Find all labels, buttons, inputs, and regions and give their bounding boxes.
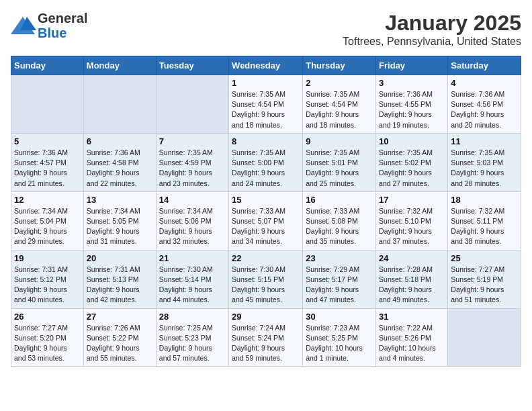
day-info: Sunrise: 7:27 AM Sunset: 5:19 PM Dayligh… [451, 265, 518, 306]
day-number: 1 [232, 78, 300, 88]
page-header: General Blue January 2025 Toftrees, Penn… [11, 11, 521, 48]
day-number: 17 [379, 195, 445, 205]
calendar-cell: 31Sunrise: 7:22 AM Sunset: 5:26 PM Dayli… [376, 308, 448, 367]
day-info: Sunrise: 7:35 AM Sunset: 4:59 PM Dayligh… [159, 148, 226, 189]
day-info: Sunrise: 7:33 AM Sunset: 5:08 PM Dayligh… [306, 206, 373, 247]
calendar-week-4: 19Sunrise: 7:31 AM Sunset: 5:12 PM Dayli… [11, 250, 521, 308]
day-number: 16 [306, 195, 373, 205]
calendar-cell: 18Sunrise: 7:32 AM Sunset: 5:11 PM Dayli… [448, 191, 521, 250]
calendar-cell: 13Sunrise: 7:34 AM Sunset: 5:05 PM Dayli… [83, 191, 156, 250]
calendar-cell: 11Sunrise: 7:35 AM Sunset: 5:03 PM Dayli… [448, 133, 521, 191]
day-info: Sunrise: 7:32 AM Sunset: 5:10 PM Dayligh… [379, 206, 445, 247]
calendar-cell: 5Sunrise: 7:36 AM Sunset: 4:57 PM Daylig… [11, 133, 84, 191]
calendar-cell: 17Sunrise: 7:32 AM Sunset: 5:10 PM Dayli… [376, 191, 448, 250]
day-number: 20 [87, 253, 153, 263]
day-number: 18 [451, 195, 518, 205]
calendar-cell: 4Sunrise: 7:36 AM Sunset: 4:56 PM Daylig… [448, 75, 521, 134]
day-number: 19 [14, 253, 81, 263]
calendar-cell: 27Sunrise: 7:26 AM Sunset: 5:22 PM Dayli… [83, 308, 156, 367]
month-title: January 2025 [343, 11, 521, 36]
day-number: 28 [159, 312, 226, 322]
calendar-cell: 19Sunrise: 7:31 AM Sunset: 5:12 PM Dayli… [11, 250, 84, 308]
day-number: 22 [232, 253, 300, 263]
calendar-cell: 1Sunrise: 7:35 AM Sunset: 4:54 PM Daylig… [229, 75, 303, 134]
calendar-cell: 3Sunrise: 7:36 AM Sunset: 4:55 PM Daylig… [376, 75, 448, 134]
day-info: Sunrise: 7:35 AM Sunset: 5:03 PM Dayligh… [451, 148, 518, 189]
day-number: 10 [379, 136, 445, 146]
calendar-cell: 28Sunrise: 7:25 AM Sunset: 5:23 PM Dayli… [156, 308, 228, 367]
calendar-header-row: SundayMondayTuesdayWednesdayThursdayFrid… [11, 56, 521, 75]
day-info: Sunrise: 7:35 AM Sunset: 5:00 PM Dayligh… [232, 148, 300, 189]
day-number: 29 [232, 312, 300, 322]
day-number: 21 [159, 253, 226, 263]
day-number: 14 [159, 195, 226, 205]
calendar-table: SundayMondayTuesdayWednesdayThursdayFrid… [11, 56, 521, 367]
header-cell-thursday: Thursday [303, 56, 376, 75]
day-number: 27 [87, 312, 153, 322]
day-info: Sunrise: 7:30 AM Sunset: 5:15 PM Dayligh… [232, 265, 300, 306]
day-info: Sunrise: 7:32 AM Sunset: 5:11 PM Dayligh… [451, 206, 518, 247]
day-number: 12 [14, 195, 81, 205]
calendar-cell: 24Sunrise: 7:28 AM Sunset: 5:18 PM Dayli… [376, 250, 448, 308]
title-block: January 2025 Toftrees, Pennsylvania, Uni… [343, 11, 521, 48]
calendar-cell: 15Sunrise: 7:33 AM Sunset: 5:07 PM Dayli… [229, 191, 303, 250]
day-number: 15 [232, 195, 300, 205]
header-cell-friday: Friday [376, 56, 448, 75]
calendar-cell: 22Sunrise: 7:30 AM Sunset: 5:15 PM Dayli… [229, 250, 303, 308]
day-info: Sunrise: 7:30 AM Sunset: 5:14 PM Dayligh… [159, 265, 226, 306]
calendar-cell: 7Sunrise: 7:35 AM Sunset: 4:59 PM Daylig… [156, 133, 228, 191]
day-info: Sunrise: 7:35 AM Sunset: 4:54 PM Dayligh… [232, 89, 300, 130]
calendar-cell [156, 75, 228, 134]
day-info: Sunrise: 7:26 AM Sunset: 5:22 PM Dayligh… [87, 323, 153, 364]
calendar-cell [11, 75, 84, 134]
calendar-cell: 12Sunrise: 7:34 AM Sunset: 5:04 PM Dayli… [11, 191, 84, 250]
calendar-week-5: 26Sunrise: 7:27 AM Sunset: 5:20 PM Dayli… [11, 308, 521, 367]
logo-icon [11, 15, 36, 36]
calendar-cell: 2Sunrise: 7:35 AM Sunset: 4:54 PM Daylig… [303, 75, 376, 134]
calendar-cell: 6Sunrise: 7:36 AM Sunset: 4:58 PM Daylig… [83, 133, 156, 191]
day-number: 7 [159, 136, 226, 146]
day-info: Sunrise: 7:36 AM Sunset: 4:57 PM Dayligh… [14, 148, 81, 189]
logo-general-text: General [38, 11, 87, 26]
day-number: 8 [232, 136, 300, 146]
day-info: Sunrise: 7:34 AM Sunset: 5:06 PM Dayligh… [159, 206, 226, 247]
day-number: 5 [14, 136, 81, 146]
day-info: Sunrise: 7:36 AM Sunset: 4:55 PM Dayligh… [379, 89, 445, 130]
calendar-week-3: 12Sunrise: 7:34 AM Sunset: 5:04 PM Dayli… [11, 191, 521, 250]
header-cell-tuesday: Tuesday [156, 56, 228, 75]
day-number: 4 [451, 78, 518, 88]
day-number: 25 [451, 253, 518, 263]
calendar-cell: 26Sunrise: 7:27 AM Sunset: 5:20 PM Dayli… [11, 308, 84, 367]
calendar-cell: 20Sunrise: 7:31 AM Sunset: 5:13 PM Dayli… [83, 250, 156, 308]
calendar-cell: 8Sunrise: 7:35 AM Sunset: 5:00 PM Daylig… [229, 133, 303, 191]
day-info: Sunrise: 7:34 AM Sunset: 5:05 PM Dayligh… [87, 206, 153, 247]
day-number: 26 [14, 312, 81, 322]
location-title: Toftrees, Pennsylvania, United States [343, 36, 521, 48]
header-cell-saturday: Saturday [448, 56, 521, 75]
day-info: Sunrise: 7:35 AM Sunset: 4:54 PM Dayligh… [306, 89, 373, 130]
day-info: Sunrise: 7:35 AM Sunset: 5:01 PM Dayligh… [306, 148, 373, 189]
calendar-cell: 10Sunrise: 7:35 AM Sunset: 5:02 PM Dayli… [376, 133, 448, 191]
day-info: Sunrise: 7:23 AM Sunset: 5:25 PM Dayligh… [306, 323, 373, 364]
logo-blue-text: Blue [38, 26, 87, 40]
day-number: 13 [87, 195, 153, 205]
calendar-cell [448, 308, 521, 367]
day-info: Sunrise: 7:33 AM Sunset: 5:07 PM Dayligh… [232, 206, 300, 247]
calendar-cell: 29Sunrise: 7:24 AM Sunset: 5:24 PM Dayli… [229, 308, 303, 367]
calendar-cell [83, 75, 156, 134]
day-number: 23 [306, 253, 373, 263]
day-number: 31 [379, 312, 445, 322]
header-cell-sunday: Sunday [11, 56, 84, 75]
day-number: 3 [379, 78, 445, 88]
calendar-cell: 14Sunrise: 7:34 AM Sunset: 5:06 PM Dayli… [156, 191, 228, 250]
day-number: 6 [87, 136, 153, 146]
day-info: Sunrise: 7:36 AM Sunset: 4:58 PM Dayligh… [87, 148, 153, 189]
day-number: 30 [306, 312, 373, 322]
day-info: Sunrise: 7:35 AM Sunset: 5:02 PM Dayligh… [379, 148, 445, 189]
day-info: Sunrise: 7:22 AM Sunset: 5:26 PM Dayligh… [379, 323, 445, 364]
calendar-cell: 16Sunrise: 7:33 AM Sunset: 5:08 PM Dayli… [303, 191, 376, 250]
day-info: Sunrise: 7:34 AM Sunset: 5:04 PM Dayligh… [14, 206, 81, 247]
calendar-cell: 30Sunrise: 7:23 AM Sunset: 5:25 PM Dayli… [303, 308, 376, 367]
day-number: 2 [306, 78, 373, 88]
day-info: Sunrise: 7:31 AM Sunset: 5:13 PM Dayligh… [87, 265, 153, 306]
